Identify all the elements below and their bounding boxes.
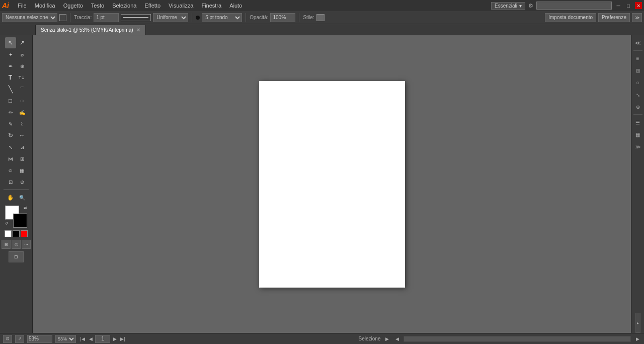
opacity-label: Opacità: (250, 15, 268, 20)
pencil-tool[interactable]: ✎ (5, 118, 16, 129)
fill-none-button[interactable] (13, 230, 20, 237)
menu-seleziona[interactable]: Seleziona (109, 2, 140, 10)
smooth-tool[interactable]: ⌇ (17, 118, 28, 129)
slice-tool[interactable]: ⊘ (17, 176, 28, 187)
win-close-button[interactable]: ✕ (635, 2, 642, 9)
more-tools-button[interactable]: ⋯ (22, 240, 31, 249)
tab-bar: Senza titolo-1 @ 53% (CMYK/Anteprima) ✕ (0, 24, 644, 35)
ellipse-tool[interactable]: ○ (17, 95, 28, 106)
swap-colors-button[interactable]: ⇌ (24, 205, 27, 210)
opacity-input[interactable] (270, 13, 295, 22)
menu-oggetto[interactable]: Oggetto (60, 2, 87, 10)
menu-file[interactable]: File (14, 2, 30, 10)
artboard-navigator[interactable]: ⊡ (9, 251, 24, 262)
scale-tool[interactable]: ⤡ (5, 142, 16, 153)
toggle-visibility-button[interactable]: ◎ (12, 240, 21, 249)
anchor-point-tool[interactable]: ⊕ (17, 60, 28, 72)
status-icon-1[interactable]: ⊡ (3, 335, 12, 343)
blob-brush-tool[interactable]: ✍ (17, 107, 28, 118)
panel-collapse-button[interactable]: ≪ (632, 37, 643, 48)
pt-dropdown[interactable]: 5 pt tondo (202, 13, 242, 22)
menu-modifica[interactable]: Modifica (31, 2, 59, 10)
paintbrush-tool[interactable]: ✏ (5, 107, 16, 118)
last-page-button[interactable]: ▶| (119, 335, 126, 343)
panel-icon-4[interactable]: ⤡ (632, 89, 643, 100)
rp-divider-1 (633, 50, 642, 51)
document-tab[interactable]: Senza titolo-1 @ 53% (CMYK/Anteprima) ✕ (35, 25, 146, 35)
panel-icon-7[interactable]: ▦ (632, 129, 643, 140)
status-stop-button[interactable]: ◀ (393, 335, 400, 343)
stroke-preview[interactable] (121, 14, 151, 21)
first-page-button[interactable]: |◀ (79, 335, 86, 343)
workspace-chevron: ▾ (519, 3, 522, 9)
stroke-type-dropdown[interactable]: Uniforme (153, 13, 188, 22)
tool-row-2: ✦ ⌀ (5, 49, 28, 60)
next-page-button[interactable]: ▶ (111, 335, 118, 343)
zoom-tool[interactable]: 🔍 (17, 192, 28, 203)
menu-visualizza[interactable]: Visualizza (165, 2, 197, 10)
menu-aiuto[interactable]: Aiuto (226, 2, 246, 10)
line-tool[interactable]: ╲ (5, 84, 16, 95)
menu-testo[interactable]: Testo (88, 2, 108, 10)
prev-page-button[interactable]: ◀ (87, 335, 94, 343)
panel-icon-8[interactable]: ≫ (632, 141, 643, 152)
page-input[interactable] (95, 335, 110, 343)
right-panel: ≪ ≡ ⊞ ○ ⤡ ⊕ ☰ ▦ ≫ ▸ (631, 35, 644, 333)
fill-white-button[interactable] (5, 230, 12, 237)
tool-row-7: ✏ ✍ (5, 107, 28, 118)
menu-finestra[interactable]: Finestra (198, 2, 225, 10)
type-tool[interactable]: T (5, 72, 16, 83)
tool-row-6: □ ○ (5, 95, 28, 106)
hand-tool[interactable]: ✋ (5, 192, 16, 203)
horizontal-scrollbar[interactable] (404, 336, 631, 342)
stroke-color-box[interactable] (59, 14, 66, 21)
free-transform-tool[interactable]: ⊞ (17, 153, 28, 164)
panel-expand-button[interactable]: ▸ (635, 313, 640, 333)
symbol-sprayer-tool[interactable]: ☺ (5, 165, 16, 176)
zoom-dropdown[interactable]: 53% (55, 335, 76, 343)
panel-icon-5[interactable]: ⊕ (632, 101, 643, 112)
rotate-tool[interactable]: ↻ (5, 130, 16, 141)
scrollbar-right-button[interactable]: ▶ (634, 335, 641, 343)
options-bar: Nessuna selezione Traccia: Uniforme 5 pt… (0, 11, 644, 24)
reset-colors-button[interactable]: ↺ (5, 222, 8, 226)
arc-tool[interactable]: ⌒ (17, 84, 28, 95)
zoom-input[interactable] (27, 335, 52, 343)
status-play-button[interactable]: ▶ (383, 335, 390, 343)
selection-dropdown[interactable]: Nessuna selezione (2, 13, 57, 22)
change-screen-mode-button[interactable]: ⊟ (2, 240, 11, 249)
panel-icon-2[interactable]: ⊞ (632, 65, 643, 76)
titlebar-left: Ai File Modifica Oggetto Testo Seleziona… (2, 2, 246, 10)
workspace-selector[interactable]: Essenziali ▾ (491, 2, 525, 10)
vertical-type-tool[interactable]: T⤓ (17, 72, 28, 83)
column-graph-tool[interactable]: ▦ (17, 165, 28, 176)
artboard-tool[interactable]: ⊡ (5, 176, 16, 187)
pen-tool[interactable]: ✒ (5, 60, 16, 72)
tab-close-button[interactable]: ✕ (136, 27, 140, 33)
warp-tool[interactable]: ⋈ (5, 153, 16, 164)
traccia-label: Traccia: (74, 15, 92, 20)
menu-effetto[interactable]: Effetto (141, 2, 164, 10)
panel-icon-6[interactable]: ☰ (632, 117, 643, 128)
shear-tool[interactable]: ⊿ (17, 142, 28, 153)
win-minimize-button[interactable]: ─ (615, 2, 622, 9)
lasso-tool[interactable]: ⌀ (17, 49, 28, 60)
traccia-input[interactable] (94, 13, 119, 22)
background-color[interactable] (13, 214, 27, 228)
stile-preview[interactable] (316, 14, 325, 21)
status-icon-2[interactable]: ↗ (15, 335, 24, 343)
reflect-tool[interactable]: ↔ (17, 130, 28, 141)
panel-icon-3[interactable]: ○ (632, 77, 643, 88)
preferenze-button[interactable]: Preferenze (598, 13, 630, 22)
selection-tool[interactable]: ↖ (5, 37, 16, 48)
fill-gradient-button[interactable] (21, 230, 28, 237)
direct-selection-tool[interactable]: ↗ (17, 37, 28, 48)
rectangle-tool[interactable]: □ (5, 95, 16, 106)
win-restore-button[interactable]: □ (625, 2, 632, 9)
options-extra-button[interactable]: ≫ (632, 13, 642, 22)
imposta-documento-button[interactable]: Imposta documento (545, 13, 596, 22)
search-input[interactable] (536, 2, 612, 10)
tab-title: Senza titolo-1 @ 53% (CMYK/Anteprima) (41, 27, 133, 33)
magic-wand-tool[interactable]: ✦ (5, 49, 16, 60)
panel-icon-1[interactable]: ≡ (632, 53, 643, 64)
